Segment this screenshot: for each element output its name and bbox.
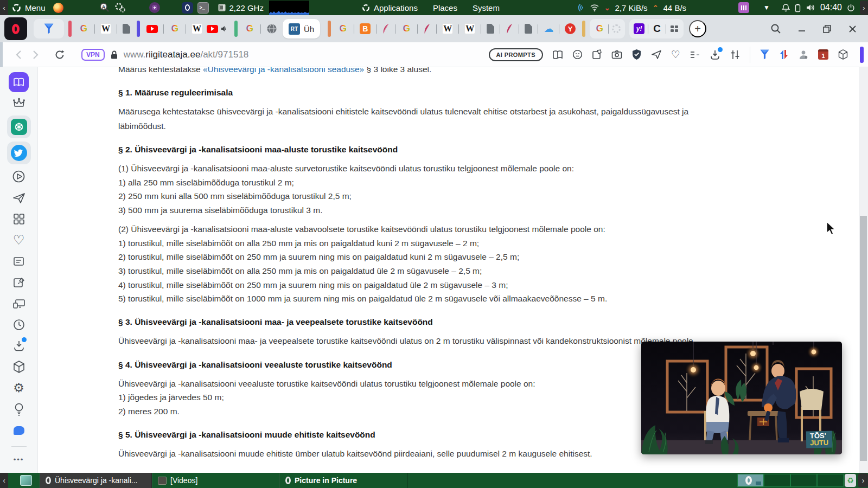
system-menu-button[interactable]: Menu [8, 0, 50, 15]
sidebar-item-extensions[interactable] [0, 356, 37, 377]
wifi-icon[interactable] [590, 4, 599, 12]
sidebar-item-pinboard[interactable] [0, 272, 37, 293]
sidebar-item-aria-crown[interactable] [0, 93, 37, 114]
sidebar-toggle-pill[interactable] [860, 47, 864, 63]
sidebar-item-speed-dial[interactable] [0, 208, 37, 229]
reading-list-icon[interactable] [690, 50, 700, 59]
new-tab-button[interactable]: + [689, 20, 706, 37]
shield-check-icon[interactable] [631, 49, 642, 60]
law-reference-link[interactable]: «Ühisveevärgi ja -kanalisatsiooni seadus… [203, 67, 364, 74]
sidebar-item-downloads[interactable] [0, 335, 37, 356]
sidebar-item-favorites[interactable]: ♡ [0, 229, 37, 251]
firefox-launcher-icon[interactable] [53, 3, 63, 13]
extension-cube-icon[interactable] [838, 49, 848, 60]
sidebar-item-bookmarks[interactable] [0, 72, 37, 93]
clock-label[interactable]: 04:40 [820, 3, 842, 12]
tab-group-orange[interactable] [328, 21, 331, 37]
tab-google-6[interactable]: G [590, 19, 625, 38]
workspace-3[interactable] [790, 474, 817, 487]
adblock-extension-badge[interactable]: 1 [818, 49, 828, 60]
settings-gears-icon[interactable] [114, 2, 126, 13]
yahoo-favicon[interactable]: y! [634, 23, 644, 34]
power-icon[interactable] [847, 4, 855, 12]
terminal-launcher-icon[interactable]: >_ [197, 2, 209, 14]
tor-browser-launcher-icon[interactable] [149, 2, 160, 13]
mood-icon[interactable] [572, 49, 583, 60]
bookmark-heart-icon[interactable]: ♡ [671, 48, 680, 61]
tab-audio-icon[interactable] [221, 25, 228, 32]
notifications-bell-icon[interactable] [782, 3, 790, 12]
traffic-arrows-extension-icon[interactable] [779, 49, 789, 60]
opera-launcher-icon[interactable] [182, 2, 193, 14]
cpu-frequency-label[interactable]: 2,22 GHz [229, 3, 264, 12]
tray-indicator-icon[interactable]: ▼ [763, 4, 770, 11]
vpn-badge[interactable]: VPN [81, 49, 105, 61]
scrollbar-thumb[interactable] [860, 216, 867, 461]
tab-apache-doc[interactable] [380, 19, 392, 38]
tab-pinned-vpn-start[interactable] [34, 19, 64, 38]
network-signal-icon[interactable] [576, 3, 585, 12]
workspace-2[interactable] [764, 474, 790, 487]
tab-group-red[interactable] [68, 21, 72, 37]
volume-icon[interactable] [806, 3, 815, 12]
reader-view-icon[interactable] [552, 50, 563, 60]
reload-button[interactable] [54, 49, 65, 60]
sidebar-item-news[interactable] [0, 251, 37, 272]
show-desktop-button[interactable] [20, 475, 32, 486]
tab-cluster-right[interactable]: y! C [629, 19, 684, 38]
sidebar-item-player[interactable] [0, 166, 37, 187]
tab-wikipedia-4[interactable]: W [462, 19, 477, 38]
tab-group-tan[interactable] [582, 21, 585, 37]
sidebar-item-messenger[interactable] [0, 420, 37, 441]
send-page-icon[interactable] [651, 49, 662, 60]
privacy-extension-icon[interactable] [798, 49, 809, 60]
address-url[interactable]: www.riigiteataja.ee/akt/971518 [124, 49, 249, 60]
workspace-1[interactable] [737, 474, 764, 487]
restore-window-button[interactable] [822, 24, 832, 34]
opera-menu-button[interactable] [4, 17, 27, 40]
tray-app-icon[interactable] [738, 2, 749, 13]
active-tab-riigiteataja[interactable]: RT Üh [283, 19, 320, 38]
search-tool-icon[interactable]: A [99, 2, 110, 13]
applications-menu[interactable]: Applications [357, 0, 423, 15]
claude-favicon[interactable]: C [652, 23, 662, 34]
back-button[interactable] [15, 50, 22, 60]
taskbar-collapse-right-button[interactable]: › [858, 473, 868, 487]
camera-icon[interactable] [611, 50, 622, 59]
forward-button[interactable] [33, 50, 39, 60]
trash-applet-button[interactable]: ♻ [845, 474, 856, 487]
sidebar-item-my-flow[interactable] [0, 293, 37, 314]
tab-groups-icon[interactable] [669, 24, 679, 34]
taskbar-collapse-left-button[interactable]: ‹ [0, 473, 8, 488]
workspace-4[interactable] [817, 474, 844, 487]
tab-cloud[interactable]: ☁ [541, 19, 556, 38]
tab-globe[interactable] [264, 19, 279, 38]
sidebar-item-chatgpt[interactable] [0, 114, 37, 140]
tab-google-4[interactable]: G [335, 19, 350, 38]
tab-document[interactable] [120, 19, 132, 38]
search-tabs-icon[interactable] [770, 23, 781, 34]
panel-collapse-left-button[interactable]: ‹ [0, 0, 8, 15]
downloads-icon[interactable] [710, 49, 720, 60]
vpn-extension-icon[interactable] [760, 49, 770, 60]
places-menu[interactable]: Places [428, 0, 462, 15]
taskbar-item-document[interactable]: Ühisveevärgi ja -kanali... [40, 473, 152, 488]
tab-youtube[interactable] [144, 19, 160, 38]
tab-document-3[interactable] [522, 19, 534, 38]
tab-group-purple[interactable] [137, 21, 140, 37]
tab-wikipedia-2[interactable]: W [189, 19, 205, 38]
sidebar-item-twitter[interactable] [0, 140, 37, 166]
pip-video-window[interactable]: TÕS' JUTU [641, 342, 842, 454]
sidebar-item-telegram[interactable] [0, 187, 37, 208]
tab-wikipedia[interactable]: W [98, 19, 113, 38]
sidebar-overflow-button[interactable]: ••• [0, 449, 37, 470]
minimize-button[interactable] [797, 24, 806, 33]
sidebar-item-history[interactable] [0, 314, 37, 335]
tab-blogger[interactable]: B [358, 19, 373, 38]
close-window-button[interactable] [848, 24, 857, 34]
taskbar-item-videos[interactable]: [Videos] [152, 473, 279, 488]
panel-collapse-right-button[interactable]: › [860, 1, 868, 15]
tab-group-green[interactable] [234, 21, 238, 37]
lock-icon[interactable] [110, 50, 118, 60]
tab-google-2[interactable]: G [167, 19, 182, 38]
